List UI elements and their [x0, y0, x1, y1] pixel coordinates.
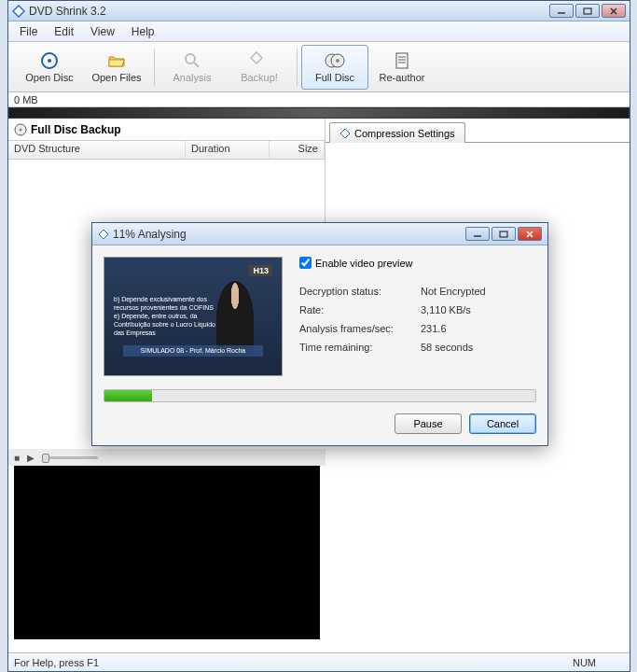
svg-rect-2	[584, 8, 591, 14]
menu-edit[interactable]: Edit	[47, 23, 81, 40]
decryption-value: Not Encrypted	[421, 286, 486, 297]
slider-thumb[interactable]	[42, 454, 49, 463]
size-bar	[8, 107, 630, 119]
svg-point-18	[20, 128, 22, 131]
dialog-title: 11% Analysing	[113, 228, 187, 241]
document-icon	[394, 51, 410, 70]
info-column: Enable video preview Decryption status:N…	[299, 257, 536, 376]
play-button[interactable]: ▶	[27, 453, 35, 463]
discs-icon	[325, 51, 345, 70]
window-title: DVD Shrink 3.2	[29, 5, 549, 18]
col-structure[interactable]: DVD Structure	[8, 141, 186, 159]
time-label: Time remaining:	[299, 342, 421, 353]
dialog-minimize-button[interactable]	[465, 227, 490, 241]
preview-text: b) Depende exclusivamente dos recursos p…	[114, 295, 216, 337]
stop-button[interactable]: ■	[14, 453, 20, 463]
diamond-icon	[339, 128, 351, 139]
player-area: ■ ▶	[8, 449, 325, 639]
video-preview-thumbnail: H13 b) Depende exclusivamente dos recurs…	[104, 257, 283, 376]
cancel-button[interactable]: Cancel	[469, 413, 536, 434]
backup-icon	[250, 51, 269, 70]
svg-point-7	[186, 54, 195, 63]
svg-marker-0	[13, 6, 24, 17]
svg-rect-22	[500, 231, 507, 237]
tab-compression[interactable]: Compression Settings	[329, 122, 465, 143]
left-pane-header: Full Disc Backup	[8, 119, 325, 141]
titlebar: DVD Shrink 3.2	[8, 1, 630, 21]
frames-value: 231.6	[421, 323, 447, 334]
svg-marker-9	[251, 52, 262, 63]
magnifier-icon	[183, 51, 201, 70]
open-disc-button[interactable]: Open Disc	[16, 45, 83, 90]
svg-rect-13	[396, 53, 408, 68]
preview-strip: SIMULADO 08 - Prof. Márcio Rocha	[123, 345, 263, 357]
rate-label: Rate:	[299, 304, 421, 315]
seek-slider[interactable]	[42, 456, 98, 459]
disc-icon	[40, 51, 59, 70]
maximize-button[interactable]	[575, 4, 600, 18]
size-label: 0 MB	[14, 94, 38, 105]
tab-row: Compression Settings	[325, 119, 630, 143]
svg-point-6	[48, 59, 51, 63]
toolbar-separator	[154, 49, 155, 86]
enable-preview-checkbox[interactable]	[299, 257, 312, 269]
svg-point-12	[336, 59, 339, 63]
pause-button[interactable]: Pause	[395, 413, 462, 434]
svg-line-8	[194, 63, 199, 67]
size-indicator: 0 MB	[8, 92, 630, 107]
analysing-dialog: 11% Analysing H13 b) Depende exclusivame…	[91, 222, 548, 446]
decryption-label: Decryption status:	[299, 286, 421, 297]
video-preview-main	[14, 466, 320, 639]
dialog-buttons: Pause Cancel	[104, 413, 536, 434]
status-help: For Help, press F1	[14, 657, 573, 668]
menu-help[interactable]: Help	[124, 23, 162, 40]
list-header: DVD Structure Duration Size	[8, 141, 325, 160]
full-disc-button[interactable]: Full Disc	[301, 45, 368, 90]
backup-button: Backup!	[226, 45, 293, 90]
enable-preview-label: Enable video preview	[315, 258, 413, 269]
player-controls: ■ ▶	[8, 449, 325, 466]
left-pane-title: Full Disc Backup	[31, 123, 121, 136]
preview-badge: H13	[249, 265, 272, 276]
app-icon	[12, 5, 25, 18]
frames-label: Analysis frames/sec:	[299, 323, 421, 334]
dialog-titlebar[interactable]: 11% Analysing	[92, 223, 547, 245]
dialog-controls	[465, 227, 542, 241]
menubar: File Edit View Help	[8, 21, 630, 42]
enable-preview-row[interactable]: Enable video preview	[299, 257, 536, 269]
minimize-button[interactable]	[549, 4, 574, 18]
col-duration[interactable]: Duration	[186, 141, 270, 159]
svg-marker-20	[99, 230, 108, 239]
close-button[interactable]	[602, 4, 626, 18]
menu-file[interactable]: File	[12, 23, 45, 40]
col-size[interactable]: Size	[270, 141, 325, 159]
folder-open-icon	[107, 51, 126, 70]
svg-marker-19	[340, 129, 350, 138]
dialog-body: H13 b) Depende exclusivamente dos recurs…	[92, 245, 547, 445]
tab-compression-label: Compression Settings	[354, 128, 455, 139]
status-num: NUM	[573, 657, 624, 668]
diamond-icon	[98, 229, 109, 240]
rate-value: 3,110 KB/s	[421, 304, 471, 315]
toolbar: Open Disc Open Files Analysis Backup! Fu…	[8, 42, 630, 92]
progress-bar	[104, 389, 536, 402]
statusbar: For Help, press F1 NUM	[8, 652, 630, 671]
re-author-button[interactable]: Re-author	[368, 45, 436, 90]
progress-fill	[104, 390, 152, 401]
preview-figure	[216, 281, 254, 356]
dialog-close-button[interactable]	[518, 227, 542, 241]
open-files-button[interactable]: Open Files	[83, 45, 150, 90]
toolbar-separator	[297, 49, 298, 86]
disc-small-icon	[14, 123, 27, 136]
menu-view[interactable]: View	[83, 23, 122, 40]
dialog-maximize-button[interactable]	[492, 227, 516, 241]
time-value: 58 seconds	[421, 342, 473, 353]
window-controls	[549, 4, 626, 18]
analysis-button: Analysis	[159, 45, 226, 90]
